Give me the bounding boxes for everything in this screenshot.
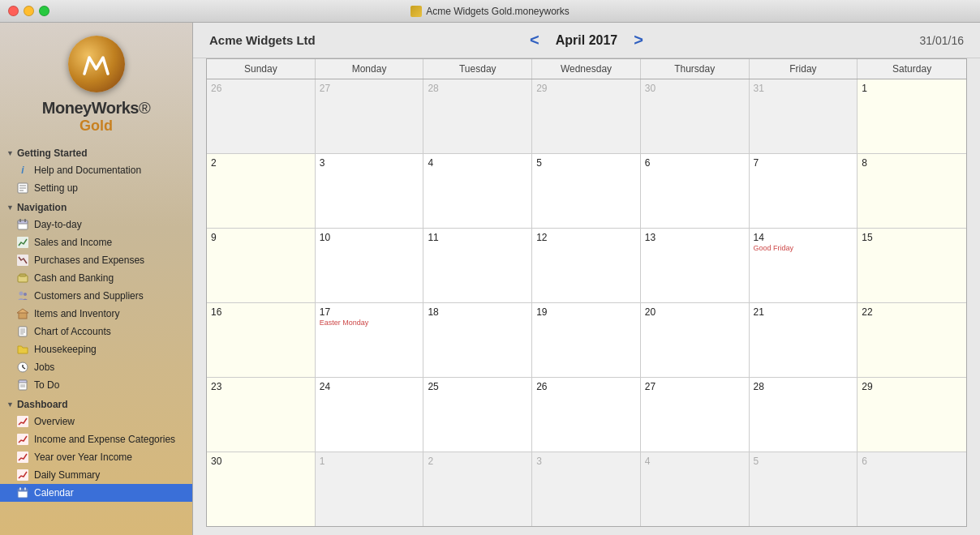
table-row[interactable]: 13	[641, 229, 750, 302]
svg-marker-15	[17, 309, 28, 313]
sidebar-item-help[interactable]: i Help and Documentation	[0, 161, 192, 179]
sidebar-item-customers-suppliers[interactable]: Customers and Suppliers	[0, 287, 192, 305]
day-number: 23	[211, 381, 311, 392]
sidebar-item-year-over-year[interactable]: Year over Year Income	[0, 448, 192, 466]
sidebar-item-setup[interactable]: Setting up	[0, 179, 192, 197]
folder-icon	[16, 343, 29, 356]
table-row[interactable]: 6	[858, 452, 966, 526]
table-row[interactable]: 16	[207, 303, 316, 377]
sidebar-item-jobs[interactable]: Jobs	[0, 358, 192, 376]
table-row[interactable]: 25	[423, 378, 532, 452]
customers-icon	[16, 289, 29, 302]
sidebar-item-calendar[interactable]: Calendar	[0, 484, 192, 502]
section-navigation: ▼ Navigation	[0, 197, 192, 216]
day-number: 22	[862, 306, 962, 318]
table-row[interactable]: 19	[532, 303, 641, 377]
table-row[interactable]: 7	[750, 154, 858, 228]
next-month-button[interactable]: >	[630, 31, 647, 49]
header-tuesday: Tuesday	[423, 59, 532, 79]
sidebar-item-day-to-day[interactable]: Day-to-day	[0, 216, 192, 233]
table-row[interactable]: 30	[641, 79, 750, 153]
table-row[interactable]: 24	[316, 378, 424, 452]
table-row[interactable]: 6	[641, 154, 750, 228]
table-row[interactable]: 30	[207, 452, 316, 526]
sidebar-item-label: Chart of Accounts	[34, 326, 111, 337]
table-row[interactable]: 29	[532, 79, 641, 153]
table-row[interactable]: 15	[858, 229, 966, 302]
table-row[interactable]: 17Easter Monday	[316, 303, 424, 377]
minimize-button[interactable]	[24, 6, 34, 16]
table-row[interactable]: 26	[532, 378, 641, 452]
sidebar-item-overview[interactable]: Overview	[0, 413, 192, 430]
sidebar-item-income-expense-categories[interactable]: Income and Expense Categories	[0, 430, 192, 448]
table-row[interactable]: 27	[641, 378, 750, 452]
day-number: 15	[862, 232, 962, 243]
section-getting-started: ▼ Getting Started	[0, 143, 192, 161]
close-button[interactable]	[8, 6, 19, 16]
table-row[interactable]: 12	[532, 229, 641, 302]
prev-month-button[interactable]: <	[527, 31, 543, 49]
table-row[interactable]: 8	[858, 154, 966, 228]
table-row[interactable]: 5	[750, 452, 858, 526]
day-number: 26	[536, 381, 636, 392]
table-row[interactable]: 1	[316, 452, 424, 526]
maximize-button[interactable]	[39, 6, 49, 16]
table-row[interactable]: 2	[423, 452, 532, 526]
month-year-label: April 2017	[556, 33, 617, 48]
window-controls[interactable]	[8, 6, 49, 16]
day-number: 27	[645, 381, 745, 392]
calendar-nav: < April 2017 >	[398, 31, 776, 49]
table-row[interactable]: 20	[641, 303, 750, 377]
day-number: 24	[320, 381, 419, 392]
calendar-week: 2345678	[207, 154, 966, 229]
calendar-weeks: 2627282930311234567891011121314Good Frid…	[207, 79, 966, 526]
sales-icon	[16, 236, 29, 249]
table-row[interactable]: 26	[207, 79, 316, 153]
day-number: 29	[862, 381, 962, 392]
table-row[interactable]: 3	[316, 154, 424, 228]
table-row[interactable]: 5	[532, 154, 641, 228]
section-label: Dashboard	[17, 399, 68, 410]
table-row[interactable]: 2	[207, 154, 316, 228]
table-row[interactable]: 22	[858, 303, 966, 377]
company-name: Acme Widgets Ltd	[209, 33, 398, 47]
chart-icon2	[16, 433, 29, 446]
calendar-week: 23242526272829	[207, 378, 966, 452]
sidebar-item-sales-income[interactable]: Sales and Income	[0, 233, 192, 251]
calendar-icon	[16, 218, 29, 231]
sidebar-item-daily-summary[interactable]: Daily Summary	[0, 466, 192, 484]
sidebar-item-inventory[interactable]: Items and Inventory	[0, 305, 192, 323]
table-row[interactable]: 14Good Friday	[750, 229, 858, 302]
table-row[interactable]: 4	[641, 452, 750, 526]
chart-icon	[16, 415, 29, 428]
sidebar-item-housekeeping[interactable]: Housekeeping	[0, 340, 192, 358]
sidebar-item-chart-accounts[interactable]: Chart of Accounts	[0, 323, 192, 340]
table-row[interactable]: 1	[858, 79, 966, 153]
table-row[interactable]: 28	[750, 378, 858, 452]
table-row[interactable]: 31	[750, 79, 858, 153]
table-row[interactable]: 27	[316, 79, 424, 153]
sidebar-item-todo[interactable]: To Do	[0, 376, 192, 394]
table-row[interactable]: 23	[207, 378, 316, 452]
day-headers: Sunday Monday Tuesday Wednesday Thursday…	[207, 59, 966, 79]
book-icon	[16, 325, 29, 338]
day-number: 5	[536, 157, 636, 169]
table-row[interactable]: 4	[423, 154, 532, 228]
table-row[interactable]: 10	[316, 229, 424, 302]
svg-rect-8	[17, 237, 28, 248]
sidebar-item-purchases[interactable]: Purchases and Expenses	[0, 251, 192, 269]
header-saturday: Saturday	[858, 59, 966, 79]
table-row[interactable]: 21	[750, 303, 858, 377]
section-dashboard: ▼ Dashboard	[0, 394, 192, 413]
table-row[interactable]: 9	[207, 229, 316, 302]
table-row[interactable]: 29	[858, 378, 966, 452]
table-row[interactable]: 28	[423, 79, 532, 153]
day-number: 31	[754, 83, 853, 94]
table-row[interactable]: 11	[423, 229, 532, 302]
table-row[interactable]: 18	[423, 303, 532, 377]
calendar-wrapper: Sunday Monday Tuesday Wednesday Thursday…	[193, 58, 980, 535]
sidebar-item-cash-banking[interactable]: Cash and Banking	[0, 269, 192, 287]
day-number: 9	[211, 232, 311, 243]
svg-rect-30	[17, 452, 28, 463]
table-row[interactable]: 3	[532, 452, 641, 526]
